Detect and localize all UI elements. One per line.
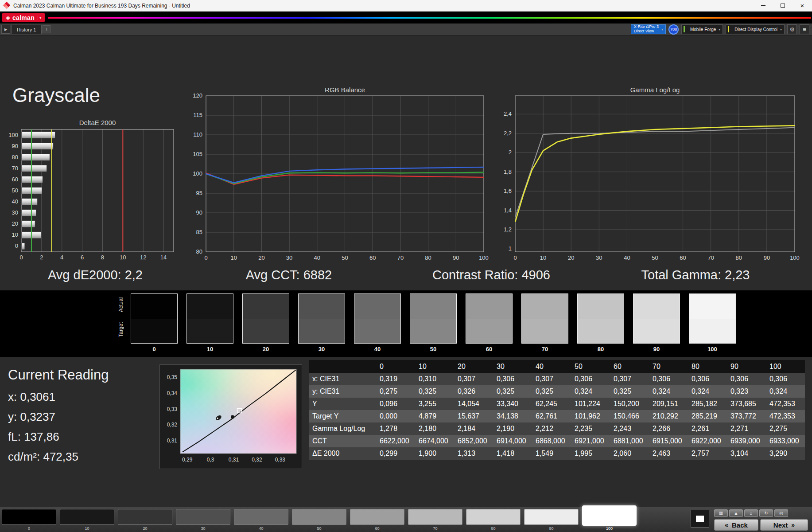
svg-text:80: 80	[425, 254, 431, 261]
svg-text:2,4: 2,4	[504, 110, 512, 117]
source-dropdown[interactable]: Mobile Forge ▾	[681, 24, 723, 34]
patch-80-button[interactable]: 80	[466, 509, 521, 531]
svg-text:12: 12	[140, 254, 146, 261]
chevron-down-icon: ▾	[661, 27, 663, 31]
sliders-icon: ≡	[803, 26, 806, 33]
swatch-label: 10	[207, 346, 213, 352]
patch-10-button[interactable]: 10	[60, 509, 114, 531]
swatch-colors	[131, 293, 178, 344]
patch-100-button[interactable]: 100	[582, 505, 637, 531]
svg-text:115: 115	[193, 112, 202, 118]
table-cell: 0,310	[415, 373, 454, 385]
table-cell: 0,306	[688, 373, 727, 385]
minimize-icon	[761, 5, 765, 6]
table-cell: 0,096	[376, 398, 415, 410]
add-tab-button[interactable]: +	[43, 25, 51, 33]
window-controls: ×	[754, 0, 812, 11]
app-icon	[4, 2, 10, 9]
table-cell: 0,307	[610, 373, 649, 385]
table-cell: 2,261	[688, 422, 727, 435]
table-cell: 6622,000	[376, 435, 415, 447]
table-col-header: 80	[688, 360, 727, 373]
patch-50-button[interactable]: 50	[292, 509, 346, 531]
patch-40-button[interactable]: 40	[234, 509, 288, 531]
table-cell: 150,466	[610, 410, 649, 422]
gamma-loglog-chart: Gamma Log/Log11,21,41,61,822,22,40102030…	[495, 87, 805, 267]
table-row: Y0,0963,25514,05433,34062,245101,224150,…	[309, 398, 805, 410]
patch-swatch	[466, 509, 521, 525]
swatch-colors	[410, 293, 457, 344]
actual-row-label: Actual	[118, 294, 124, 315]
svg-text:20: 20	[568, 254, 574, 261]
results-table: 0102030405060708090100 x: CIE310,3190,31…	[309, 360, 805, 460]
patch-swatch	[292, 509, 346, 525]
svg-text:0,29: 0,29	[182, 457, 193, 463]
minimize-button[interactable]	[754, 0, 773, 11]
table-col-header: 30	[493, 360, 532, 373]
cie-chart-panel: 0,290,30,310,320,330,310,320,330,340,35	[159, 364, 302, 469]
tab-history-1[interactable]: History 1	[11, 25, 42, 34]
up-tool-button[interactable]: ▲	[729, 509, 743, 517]
window-titlebar: Calman 2023 Calman Ultimate for Business…	[0, 0, 812, 12]
table-cell: 2,243	[610, 422, 649, 435]
svg-text:2: 2	[40, 254, 43, 261]
history-arrow-button[interactable]: ▶	[1, 25, 10, 34]
maximize-button[interactable]	[773, 0, 793, 11]
table-cell: 15,637	[454, 410, 493, 422]
table-cell: 1,418	[493, 447, 532, 460]
reading-cdm2: cd/m²: 472,35	[8, 450, 78, 464]
table-row: ΔE 20000,2991,9001,3131,4181,5491,9952,0…	[309, 447, 805, 460]
next-label: Next	[773, 521, 788, 529]
table-cell: 6933,000	[766, 435, 805, 447]
settings-button[interactable]: ⚙	[787, 24, 797, 34]
table-row: y: CIE310,2750,3250,3260,3250,3250,3240,…	[309, 385, 805, 398]
back-button[interactable]: « Back	[714, 519, 758, 531]
table-cell: 209,151	[649, 398, 688, 410]
table-row-label: y: CIE31	[309, 385, 376, 398]
patch-90-button[interactable]: 90	[524, 509, 579, 531]
svg-text:6: 6	[81, 254, 84, 261]
table-row-label: x: CIE31	[309, 373, 376, 385]
chevron-down-icon: ▾	[780, 27, 782, 31]
swatch-label: 60	[486, 346, 492, 352]
display-tool-button[interactable]: ▦	[714, 509, 728, 517]
rgb-balance-chart: RGB Balance80859095100105110115120010203…	[186, 87, 492, 267]
svg-text:60: 60	[12, 176, 18, 183]
patch-window-button[interactable]	[691, 510, 709, 528]
close-button[interactable]: ×	[793, 0, 812, 11]
patch-20-button[interactable]: 20	[118, 509, 172, 531]
display-control-dropdown[interactable]: Direct Display Control ▾	[726, 24, 785, 34]
table-cell: 34,138	[493, 410, 532, 422]
table-cell: 6939,000	[727, 435, 766, 447]
calman-menu-button[interactable]: ◈ calman ▾	[2, 13, 45, 22]
tab-label: History 1	[17, 27, 36, 32]
table-cell: 33,340	[493, 398, 532, 410]
table-col-header: 70	[649, 360, 688, 373]
table-cell: 2,212	[532, 422, 571, 435]
patch-0-button[interactable]: 0	[2, 509, 56, 531]
table-cell: 6868,000	[532, 435, 571, 447]
patch-label: 0	[2, 526, 56, 531]
target-tool-button[interactable]: ◎	[774, 509, 788, 517]
table-col-header: 0	[376, 360, 415, 373]
patch-swatch	[118, 509, 172, 525]
page-title: Grayscale	[12, 84, 100, 106]
svg-text:50: 50	[652, 254, 658, 261]
svg-text:90: 90	[12, 143, 18, 149]
table-row: Target Y0,0004,87915,63734,13862,761101,…	[309, 410, 805, 422]
svg-text:100: 100	[193, 170, 202, 177]
layout-button[interactable]: ≡	[800, 24, 809, 34]
table-cell: 2,235	[571, 422, 610, 435]
swatch-colors	[186, 293, 233, 344]
home-tool-button[interactable]: ⌂	[744, 509, 758, 517]
patch-60-button[interactable]: 60	[350, 509, 404, 531]
patch-30-button[interactable]: 30	[176, 509, 230, 531]
next-button[interactable]: Next »	[760, 519, 808, 531]
meter-dropdown[interactable]: X-Rite i1Pro 3 Direct View ▾	[631, 24, 666, 34]
stat-contrast-ratio: Contrast Ratio: 4906	[432, 268, 550, 282]
swatch-colors	[354, 293, 401, 344]
table-cell: 285,182	[688, 398, 727, 410]
swatch-20: 20	[242, 293, 289, 352]
refresh-tool-button[interactable]: ↻	[759, 509, 773, 517]
patch-70-button[interactable]: 70	[408, 509, 462, 531]
